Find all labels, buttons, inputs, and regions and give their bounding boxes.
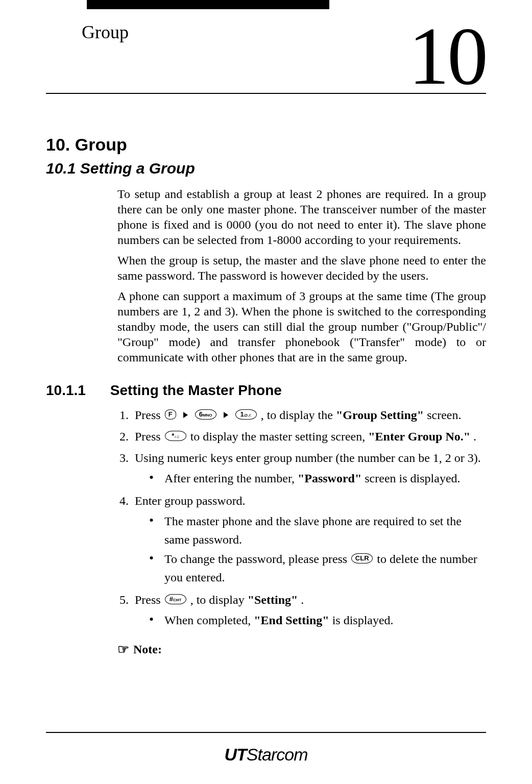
step-1-text-c: screen. [427,408,461,422]
step-5: Press #CHT , to display "Setting" . When… [132,591,486,629]
heading-3-number: 10.1.1 [46,382,86,399]
step-5-sub-1: When completed, "End Setting" is display… [149,611,486,629]
footer-logo: UTStarcom [225,745,308,765]
step-4-sub-2-a: To change the password, please press [164,552,350,566]
chapter-title: Group [82,21,129,43]
key-star-icon: *♪♫ [165,431,186,441]
step-5-sub-a: When completed, [164,614,254,627]
step-5-sub-bold: "End Setting" [254,614,329,627]
step-3-sublist: After entering the number, "Password" sc… [149,469,486,487]
heading-1: 10. Group [46,135,486,155]
key-hash-icon: #CHT [165,594,186,604]
arrow-icon [224,412,228,418]
step-2-bold: "Enter Group No." [368,430,470,443]
steps-list: Press F 6MNO 1@./: , to display the "Gro… [117,406,486,629]
step-3-text: Using numeric keys enter group number (t… [135,451,481,464]
heading-3-title: Setting the Master Phone [110,382,282,399]
key-f-icon: F [165,409,176,420]
heading-2: 10.1 Setting a Group [46,160,486,177]
logo-ut: UT [225,745,247,764]
step-2-text-b: to display the master setting screen, [190,430,369,443]
step-5-text-b: , to display [190,593,248,606]
key-clr-icon: CLR [351,553,373,564]
step-4-sub-1-text: The master phone and the slave phone are… [164,514,462,546]
arrow-icon [183,412,188,418]
step-5-sub-b: is displayed. [332,614,394,627]
step-5-bold: "Setting" [248,593,298,606]
step-3-sub-a: After entering the number, [164,472,298,485]
logo-rest: Starcom [247,745,308,764]
manual-page: Group 10 10. Group 10.1 Setting a Group … [0,0,532,784]
intro-paragraph-1: To setup and establish a group at least … [117,186,486,248]
steps-block: Press F 6MNO 1@./: , to display the "Gro… [117,406,486,656]
step-1-text-a: Press [135,408,164,422]
step-4-sub-2: To change the password, please press CLR… [149,550,486,586]
chapter-header: Group 10 [46,0,486,93]
intro-block: To setup and establish a group at least … [117,186,486,365]
step-2: Press *♪♫ to display the master setting … [132,427,486,446]
step-4: Enter group password. The master phone a… [132,492,486,586]
step-4-text: Enter group password. [135,494,246,507]
intro-paragraph-2: When the group is setup, the master and … [117,253,486,283]
note-label: Note: [133,643,162,656]
key-6-icon: 6MNO [195,409,216,420]
key-1-icon: 1@./: [235,409,257,420]
step-4-sub-1: The master phone and the slave phone are… [149,512,486,549]
step-1: Press F 6MNO 1@./: , to display the "Gro… [132,406,486,424]
step-5-text-c: . [301,593,304,606]
pointing-hand-icon: ☞ [117,643,129,656]
step-3-sub-bold: "Password" [298,472,361,485]
chapter-number: 10 [408,19,486,93]
step-2-text-a: Press [135,430,164,443]
step-1-text-b: , to display the [261,408,336,422]
step-2-text-c: . [473,430,476,443]
heading-3-row: 10.1.1 Setting the Master Phone [46,382,486,399]
intro-paragraph-3: A phone can support a maximum of 3 group… [117,288,486,365]
step-5-text-a: Press [135,593,164,606]
note-row: ☞ Note: [117,643,486,656]
step-3: Using numeric keys enter group number (t… [132,449,486,487]
step-4-sublist: The master phone and the slave phone are… [149,512,486,586]
step-3-sub-1: After entering the number, "Password" sc… [149,469,486,487]
step-3-sub-b: screen is displayed. [365,472,460,485]
footer-divider [46,732,486,733]
step-1-bold: "Group Setting" [336,408,424,422]
header-black-bar [87,0,329,9]
step-5-sublist: When completed, "End Setting" is display… [149,611,486,629]
